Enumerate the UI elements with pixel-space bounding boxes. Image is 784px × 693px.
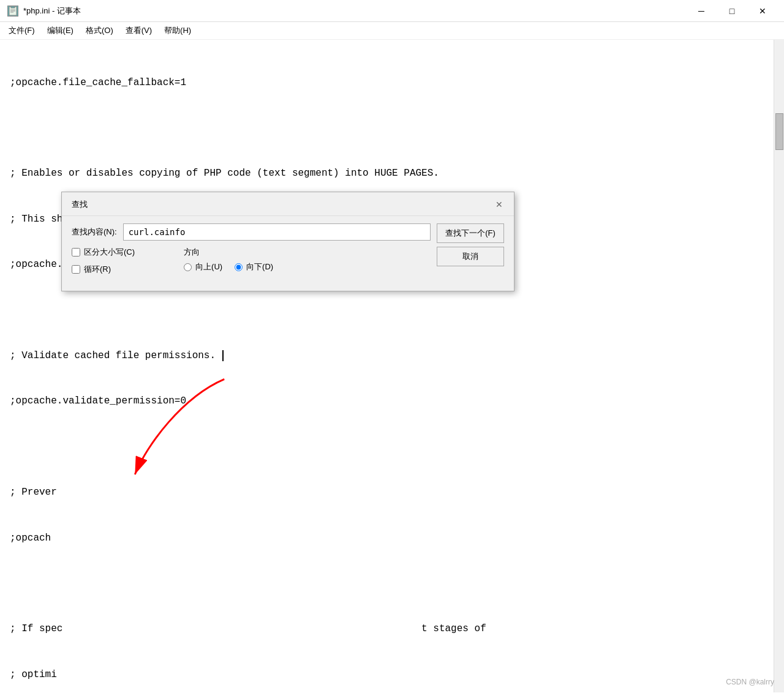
line-1: ;opcache.file_cache_fallback=1 bbox=[10, 75, 764, 91]
editor-area: ;opcache.file_cache_fallback=1 ; Enables… bbox=[0, 40, 784, 692]
title-bar-left: *php.ini - 记事本 bbox=[7, 6, 81, 17]
find-dialog-title-bar: 查找 ✕ bbox=[62, 192, 514, 216]
scrollbar[interactable] bbox=[774, 40, 784, 692]
line-blank-3 bbox=[10, 440, 764, 455]
line-11: ;opcach bbox=[10, 531, 764, 546]
line-blank-4 bbox=[10, 576, 764, 591]
line-3: ; Enables or disables copying of PHP cod… bbox=[10, 166, 764, 181]
line-8: ;opcache.validate_permission=0 bbox=[10, 394, 764, 409]
wrap-checkbox[interactable] bbox=[72, 265, 80, 274]
svg-rect-1 bbox=[11, 6, 15, 8]
line-blank-1 bbox=[10, 121, 764, 136]
direction-down-label[interactable]: 向下(D) bbox=[235, 261, 273, 272]
scrollbar-thumb[interactable] bbox=[775, 113, 783, 150]
direction-options: 向上(U) 向下(D) bbox=[184, 261, 273, 272]
direction-up-radio[interactable] bbox=[184, 263, 192, 271]
close-button[interactable]: ✕ bbox=[748, 4, 777, 18]
menu-format[interactable]: 格式(O) bbox=[80, 23, 119, 38]
search-label: 查找内容(N): bbox=[72, 227, 117, 238]
direction-down-radio[interactable] bbox=[235, 263, 243, 271]
find-direction: 方向 向上(U) 向下(D) bbox=[184, 247, 273, 272]
wrap-label[interactable]: 循环(R) bbox=[72, 264, 135, 275]
line-10: ; Prever bbox=[10, 485, 764, 500]
title-bar: *php.ini - 记事本 ─ □ ✕ bbox=[0, 0, 784, 22]
direction-label: 方向 bbox=[184, 247, 200, 258]
window-title: *php.ini - 记事本 bbox=[23, 6, 81, 17]
search-input[interactable] bbox=[123, 223, 431, 241]
find-options-row: 区分大小写(C) 循环(R) 方向 向上(U) bbox=[72, 247, 431, 275]
case-sensitive-label[interactable]: 区分大小写(C) bbox=[72, 247, 135, 258]
direction-up-label[interactable]: 向上(U) bbox=[184, 261, 222, 272]
find-dialog-title-text: 查找 bbox=[72, 199, 88, 210]
find-dialog-body: 查找内容(N): 查找下一个(F) 取消 区分大小写(C) 循环(R) bbox=[62, 216, 514, 291]
line-13: ; If spec t stages of bbox=[10, 621, 764, 637]
minimize-button[interactable]: ─ bbox=[687, 4, 715, 18]
menu-bar: 文件(F) 编辑(E) 格式(O) 查看(V) 帮助(H) bbox=[0, 22, 784, 40]
line-7: ; Validate cached file permissions. bbox=[10, 348, 764, 364]
line-14: ; optimi bbox=[10, 667, 764, 683]
maximize-button[interactable]: □ bbox=[718, 4, 746, 18]
case-sensitive-checkbox[interactable] bbox=[72, 248, 80, 257]
find-buttons: 查找下一个(F) 取消 bbox=[437, 223, 504, 266]
menu-view[interactable]: 查看(V) bbox=[119, 23, 158, 38]
find-checkboxes: 区分大小写(C) 循环(R) bbox=[72, 247, 135, 275]
watermark: CSDN @kalrry bbox=[726, 678, 774, 686]
find-close-button[interactable]: ✕ bbox=[492, 197, 507, 212]
menu-help[interactable]: 帮助(H) bbox=[158, 23, 197, 38]
window-controls: ─ □ ✕ bbox=[687, 4, 777, 18]
editor-content[interactable]: ;opcache.file_cache_fallback=1 ; Enables… bbox=[0, 40, 774, 692]
line-blank-2 bbox=[10, 303, 764, 318]
menu-edit[interactable]: 编辑(E) bbox=[41, 23, 80, 38]
menu-file[interactable]: 文件(F) bbox=[2, 23, 41, 38]
notepad-icon bbox=[7, 6, 18, 17]
cancel-button[interactable]: 取消 bbox=[437, 247, 504, 266]
find-next-button[interactable]: 查找下一个(F) bbox=[437, 223, 504, 243]
find-dialog: 查找 ✕ 查找内容(N): 查找下一个(F) 取消 区分大小写(C) bbox=[61, 192, 514, 291]
